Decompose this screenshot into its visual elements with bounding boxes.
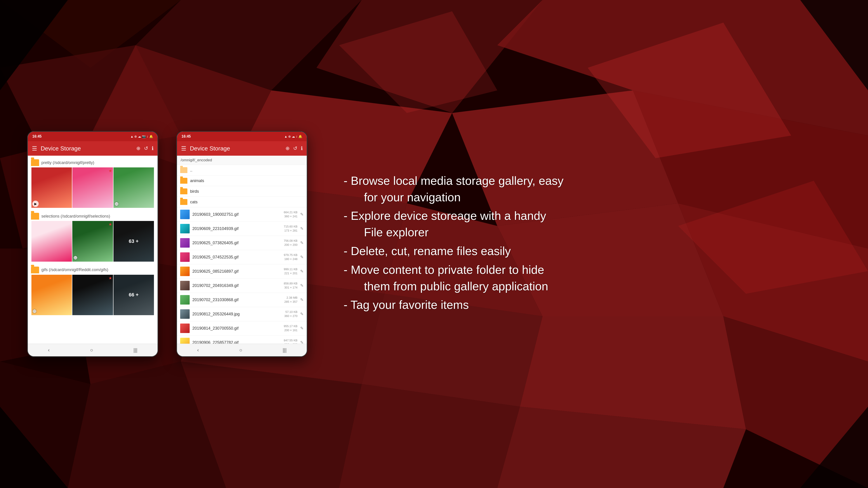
list-item[interactable]: 20190702_204916349.gif 858.89 KB301 × 17… bbox=[177, 279, 307, 293]
folder-icon-animals bbox=[180, 178, 187, 184]
phone1-grid-gifs: ⊕ ★ 66 + bbox=[31, 275, 154, 315]
file-thumb bbox=[180, 252, 190, 262]
grid-cell[interactable] bbox=[31, 221, 72, 261]
plus-icon: ⊕ bbox=[32, 308, 36, 314]
list-item[interactable]: 20190812_205326449.jpg 57.10 KB360 × 270… bbox=[177, 307, 307, 321]
file-info: 664.21 KB360 × 241 bbox=[284, 210, 298, 219]
phone1-toolbar-title: Device Storage bbox=[41, 145, 133, 152]
phone2-menu-icon[interactable]: ☰ bbox=[181, 145, 186, 152]
list-item[interactable]: 20190625_085216897.gif 999.11 KB221 × 20… bbox=[177, 264, 307, 279]
grid-cell[interactable]: ⊕ bbox=[114, 167, 154, 208]
file-edit-icon[interactable]: ✎ bbox=[300, 255, 304, 260]
file-name: 20190609_223104939.gif bbox=[192, 226, 281, 231]
phone1-back-btn[interactable]: ‹ bbox=[48, 347, 50, 353]
phone1-toolbar: ☰ Device Storage ⊕ ↺ ℹ bbox=[28, 141, 158, 156]
file-thumb bbox=[180, 295, 190, 304]
phone2-back-btn[interactable]: ‹ bbox=[197, 347, 199, 353]
file-name: 20190625_073826405.gif bbox=[192, 240, 281, 246]
folder-icon-selections bbox=[31, 213, 39, 220]
phone1-time: 16:45 bbox=[32, 134, 41, 138]
file-edit-icon[interactable]: ✎ bbox=[300, 212, 304, 217]
file-name: 20190702_231030868.gif bbox=[192, 297, 282, 302]
file-name: 20190625_074522535.gif bbox=[192, 255, 281, 260]
grid-cell[interactable]: ★ ⊕ bbox=[72, 221, 113, 261]
file-info: 57.10 KB360 × 270 bbox=[284, 310, 298, 318]
phone2-breadcrumb: /omnigif/_encoded bbox=[177, 156, 307, 165]
phone1-recent-btn[interactable]: ||| bbox=[133, 347, 137, 353]
phone2-filter-icon[interactable]: ⊕ bbox=[285, 145, 289, 151]
file-edit-icon[interactable]: ✎ bbox=[300, 269, 304, 274]
phone2-recent-btn[interactable]: ||| bbox=[283, 347, 286, 353]
phone1-filter-icon[interactable]: ⊕ bbox=[136, 145, 141, 151]
list-item[interactable]: 20190702_231030868.gif 2.38 MB285 × 357 … bbox=[177, 293, 307, 307]
folder-icon-cats bbox=[180, 199, 187, 205]
phone1-info-icon[interactable]: ℹ bbox=[152, 145, 153, 151]
list-item[interactable]: 20190814_230700550.gif 955.17 KB200 × 16… bbox=[177, 321, 307, 335]
file-item-animals[interactable]: animals bbox=[177, 175, 307, 186]
file-thumb bbox=[180, 281, 190, 290]
file-name-animals: animals bbox=[190, 178, 304, 183]
file-name: 20190603_190002751.gif bbox=[192, 212, 281, 217]
phone1-menu-icon[interactable]: ☰ bbox=[32, 145, 37, 152]
feature-item-4: - Move content to private folder to hide… bbox=[344, 262, 823, 295]
folder-pretty: pretty (/sdcard/omnigif/pretty) ▶ ★ ⊕ bbox=[28, 156, 158, 209]
folder-icon-gifs bbox=[31, 267, 39, 273]
file-thumb bbox=[180, 210, 190, 219]
plus-icon: ⊕ bbox=[73, 255, 77, 261]
phone1-body: pretty (/sdcard/omnigif/pretty) ▶ ★ ⊕ bbox=[28, 156, 158, 344]
file-item-cats[interactable]: cats bbox=[177, 197, 307, 207]
grid-cell[interactable]: ▶ bbox=[31, 167, 72, 208]
feature-item-3: - Delete, cut, rename files easily bbox=[344, 243, 823, 259]
more-badge: 63 + bbox=[114, 221, 154, 261]
file-name-dotdot: .. bbox=[190, 168, 304, 173]
file-name-cats: cats bbox=[190, 200, 304, 204]
file-thumb bbox=[180, 324, 190, 333]
grid-cell[interactable]: 66 + bbox=[114, 275, 154, 315]
list-item[interactable]: 20190625_074522535.gif 979.75 KB180 × 24… bbox=[177, 250, 307, 264]
file-item-birds[interactable]: birds bbox=[177, 186, 307, 197]
phone2-nav-bar: ‹ ○ ||| bbox=[177, 344, 307, 356]
phone1-refresh-icon[interactable]: ↺ bbox=[144, 145, 148, 151]
file-edit-icon[interactable]: ✎ bbox=[300, 240, 304, 246]
grid-cell[interactable]: ⊕ bbox=[31, 275, 72, 315]
list-item[interactable]: 20190625_073826405.gif 756.08 KB200 × 20… bbox=[177, 236, 307, 250]
plus-icon: ⊕ bbox=[114, 201, 119, 207]
phone2-toolbar-title: Device Storage bbox=[190, 145, 282, 152]
folder-pretty-name: pretty (/sdcard/omnigif/pretty) bbox=[41, 160, 94, 165]
file-edit-icon[interactable]: ✎ bbox=[300, 340, 304, 344]
feature-text-2: - Explore device storeage with a handy bbox=[344, 209, 546, 222]
file-thumb bbox=[180, 224, 190, 233]
grid-cell[interactable]: ★ bbox=[72, 167, 113, 208]
file-info: 999.11 KB221 × 201 bbox=[284, 267, 298, 275]
phone1-home-btn[interactable]: ○ bbox=[90, 347, 93, 353]
file-info: 715.60 KB173 × 281 bbox=[284, 225, 298, 233]
file-name: 20190906_225857782.gif bbox=[192, 340, 281, 344]
phone1-status-icons: ▲ ⊕ ☁ 📷 ↕ 🔔 bbox=[130, 135, 153, 138]
file-edit-icon[interactable]: ✎ bbox=[300, 283, 304, 288]
phone2-info-icon[interactable]: ℹ bbox=[301, 145, 303, 151]
file-item-dotdot[interactable]: .. bbox=[177, 165, 307, 175]
phone1-grid-pretty: ▶ ★ ⊕ bbox=[31, 167, 154, 208]
file-info: 858.89 KB301 × 174 bbox=[284, 282, 298, 290]
list-item[interactable]: 20190603_190002751.gif 664.21 KB360 × 24… bbox=[177, 207, 307, 222]
grid-cell[interactable]: 63 + bbox=[114, 221, 154, 261]
file-name: 20190814_230700550.gif bbox=[192, 326, 281, 331]
folder-selections: selections (/sdcard/omnigif/selections) … bbox=[28, 209, 158, 263]
folder-selections-name: selections (/sdcard/omnigif/selections) bbox=[41, 214, 110, 219]
feature-indent-4: them from public gallery application bbox=[344, 278, 823, 295]
feature-item-2: - Explore device storeage with a handy F… bbox=[344, 207, 823, 240]
feature-item-5: - Tag your favorite items bbox=[344, 297, 823, 313]
fav-star: ★ bbox=[108, 168, 112, 173]
list-item[interactable]: 20190609_223104939.gif 715.60 KB173 × 28… bbox=[177, 222, 307, 236]
file-edit-icon[interactable]: ✎ bbox=[300, 226, 304, 231]
file-thumb bbox=[180, 309, 190, 319]
phone2-home-btn[interactable]: ○ bbox=[239, 347, 242, 353]
file-edit-icon[interactable]: ✎ bbox=[300, 312, 304, 317]
file-edit-icon[interactable]: ✎ bbox=[300, 297, 304, 302]
list-item[interactable]: 20190906_225857782.gif 847.55 KB300 × 22… bbox=[177, 335, 307, 344]
file-name: 20190625_085216897.gif bbox=[192, 269, 281, 274]
phone1-status-bar: 16:45 ▲ ⊕ ☁ 📷 ↕ 🔔 bbox=[28, 132, 158, 141]
phone2-refresh-icon[interactable]: ↺ bbox=[293, 145, 297, 151]
file-edit-icon[interactable]: ✎ bbox=[300, 326, 304, 331]
grid-cell[interactable]: ★ bbox=[72, 275, 113, 315]
